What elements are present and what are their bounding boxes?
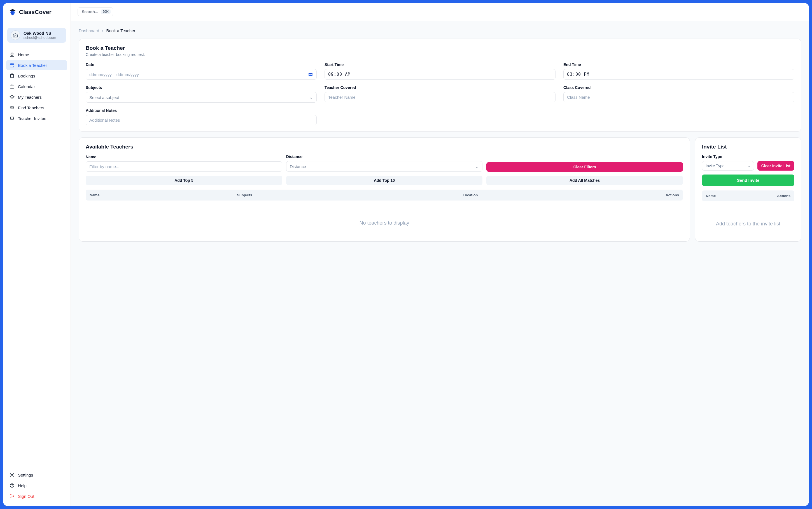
app-name: ClassCover — [19, 9, 52, 15]
label-filter-name: Name — [86, 155, 282, 159]
sidebar-item-label: Bookings — [18, 73, 35, 78]
invite-type-select[interactable]: Invite Type ⌄ — [702, 161, 754, 171]
profile-email: school@school.com — [24, 36, 56, 40]
invite-table-header: Name Actions — [702, 191, 794, 201]
label-invite-type: Invite Type — [702, 155, 794, 159]
end-time-input[interactable]: 03:00 PM — [563, 69, 794, 80]
label-subjects: Subjects — [86, 85, 317, 90]
search-placeholder: Search... — [82, 9, 98, 14]
svg-rect-3 — [10, 85, 14, 89]
inbox-icon — [9, 116, 14, 121]
breadcrumb-current: Book a Teacher — [106, 28, 135, 33]
clear-filters-button[interactable]: Clear Filters — [487, 162, 683, 172]
subjects-select[interactable]: Select a subject ⌄ — [86, 92, 317, 103]
topbar: Search... ⌘K — [71, 3, 809, 21]
svg-rect-9 — [309, 74, 310, 75]
start-time-input[interactable]: 09:00 AM — [324, 69, 556, 80]
invite-list-card: Invite List Invite Type Invite Type ⌄ Cl… — [695, 137, 801, 242]
th-name: Name — [90, 193, 237, 197]
breadcrumb-root[interactable]: Dashboard — [79, 28, 99, 33]
graduation-cap-icon — [9, 105, 14, 110]
gear-icon — [9, 472, 14, 477]
calendar-plus-icon — [9, 63, 14, 68]
classcover-logo-icon — [8, 8, 17, 16]
avatar — [11, 31, 20, 40]
label-date: Date — [86, 62, 317, 67]
card-subtitle: Create a teacher booking request. — [86, 52, 794, 57]
global-search[interactable]: Search... ⌘K — [77, 7, 113, 16]
breadcrumb: Dashboard › Book a Teacher — [79, 28, 801, 33]
profile-name: Oak Wood NS — [24, 31, 56, 36]
add-all-matches-button[interactable]: Add All Matches — [487, 176, 683, 185]
sidebar-item-home[interactable]: Home — [6, 49, 67, 60]
add-top-10-button[interactable]: Add Top 10 — [286, 176, 483, 185]
sidebar-item-label: Settings — [18, 473, 33, 477]
available-title: Available Teachers — [86, 144, 683, 150]
book-teacher-card: Book a Teacher Create a teacher booking … — [79, 39, 801, 132]
sidebar-item-signout[interactable]: Sign Out — [6, 491, 67, 501]
chevron-right-icon: › — [102, 28, 103, 33]
label-end-time: End Time — [563, 62, 794, 67]
date-placeholder: dd/mm/yyyy – dd/mm/yyyy — [89, 72, 139, 77]
sidebar-item-my-teachers[interactable]: My Teachers — [6, 92, 67, 102]
sidebar-item-label: Find Teachers — [18, 105, 44, 110]
available-table-header: Name Subjects Location Actions — [86, 190, 683, 201]
chevron-down-icon: ⌄ — [309, 95, 313, 100]
calendar-icon — [308, 72, 313, 77]
select-placeholder: Distance — [290, 164, 306, 169]
available-teachers-card: Available Teachers Name Distance Distanc… — [79, 137, 690, 242]
home-icon — [9, 52, 14, 57]
sidebar-item-find-teachers[interactable]: Find Teachers — [6, 103, 67, 113]
sidebar-item-label: Help — [18, 483, 27, 488]
send-invite-button[interactable]: Send Invite — [702, 174, 794, 186]
notes-input[interactable] — [86, 115, 317, 125]
chevron-down-icon: ⌄ — [475, 164, 479, 169]
select-placeholder: Invite Type — [706, 164, 724, 168]
label-class-covered: Class Covered — [563, 85, 794, 90]
sidebar-item-calendar[interactable]: Calendar — [6, 81, 67, 92]
filter-name-input[interactable] — [86, 161, 282, 172]
th-location: Location — [384, 193, 556, 197]
profile-card[interactable]: Oak Wood NS school@school.com — [7, 28, 66, 43]
chevron-down-icon: ⌄ — [747, 164, 750, 168]
clear-invite-list-button[interactable]: Clear Invite List — [757, 161, 794, 171]
sidebar: ClassCover Oak Wood NS school@school.com… — [3, 3, 71, 506]
clipboard-icon — [9, 73, 14, 78]
date-range-input[interactable]: dd/mm/yyyy – dd/mm/yyyy — [86, 69, 317, 80]
invite-empty-state: Add teachers to the invite list — [702, 201, 794, 235]
help-icon — [9, 483, 14, 488]
svg-point-6 — [12, 486, 12, 487]
sidebar-item-label: My Teachers — [18, 95, 42, 100]
sidebar-item-label: Teacher Invites — [18, 116, 46, 121]
calendar-icon — [9, 84, 14, 89]
add-top-5-button[interactable]: Add Top 5 — [86, 176, 282, 185]
th-actions: Actions — [556, 193, 679, 197]
primary-nav: Home Book a Teacher Bookings Calendar My… — [3, 47, 70, 126]
th-actions: Actions — [748, 194, 790, 198]
svg-point-4 — [11, 474, 13, 476]
th-name: Name — [706, 194, 748, 198]
label-notes: Additional Notes — [86, 108, 317, 113]
sidebar-item-teacher-invites[interactable]: Teacher Invites — [6, 113, 67, 123]
sidebar-item-book-teacher[interactable]: Book a Teacher — [6, 60, 67, 70]
search-shortcut: ⌘K — [101, 9, 111, 14]
sidebar-item-label: Sign Out — [18, 494, 34, 499]
label-start-time: Start Time — [324, 62, 556, 67]
svg-rect-11 — [311, 74, 312, 75]
teacher-covered-input[interactable] — [324, 92, 556, 102]
svg-rect-10 — [310, 74, 311, 75]
sidebar-item-label: Calendar — [18, 84, 35, 89]
svg-rect-0 — [10, 64, 14, 67]
filter-distance-select[interactable]: Distance ⌄ — [286, 161, 483, 172]
sidebar-item-settings[interactable]: Settings — [6, 470, 67, 480]
logo: ClassCover — [3, 3, 70, 21]
class-covered-input[interactable] — [563, 92, 794, 102]
sidebar-item-bookings[interactable]: Bookings — [6, 71, 67, 81]
signout-icon — [9, 494, 14, 499]
sidebar-item-help[interactable]: Help — [6, 480, 67, 490]
svg-rect-8 — [309, 73, 312, 74]
graduation-cap-icon — [9, 95, 14, 100]
card-title: Book a Teacher — [86, 45, 794, 51]
th-subjects: Subjects — [237, 193, 384, 197]
invite-title: Invite List — [702, 144, 794, 150]
